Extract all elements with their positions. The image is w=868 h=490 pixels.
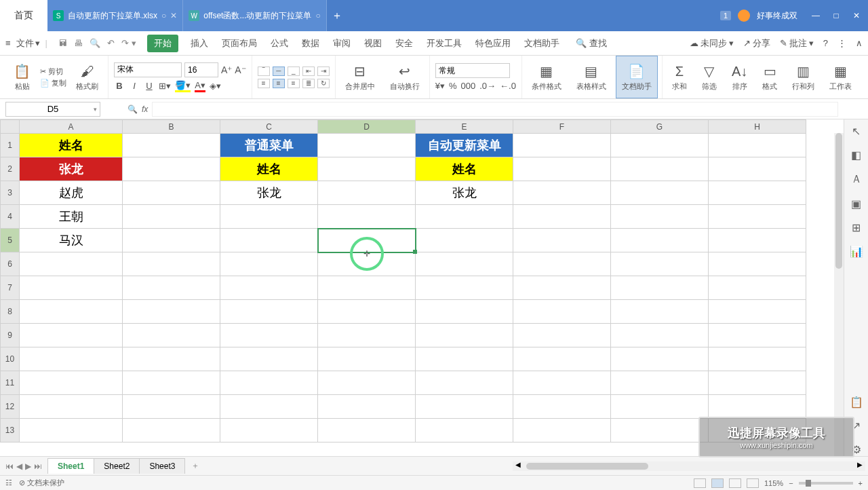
orientation-icon[interactable]: ↻ (317, 79, 330, 88)
ribbon-tab-特色应用[interactable]: 特色应用 (474, 35, 512, 52)
row-header-5[interactable]: 5 (1, 229, 20, 252)
cell[interactable] (318, 347, 416, 371)
sheet-last-icon[interactable]: ⏭ (34, 461, 42, 471)
currency-icon[interactable]: ¥▾ (435, 81, 445, 91)
cell[interactable] (220, 229, 318, 252)
cell[interactable] (318, 181, 416, 205)
cell[interactable]: 王朝 (20, 205, 123, 229)
close-button[interactable]: ✕ (850, 10, 863, 22)
cell[interactable] (611, 324, 709, 347)
print-icon[interactable]: 🖶 (74, 38, 83, 48)
cell[interactable] (611, 205, 709, 229)
cell[interactable] (20, 395, 123, 419)
cut-button[interactable]: ✂ 剪切 (40, 67, 66, 77)
cell[interactable] (123, 300, 220, 324)
sheet-tab-Sheet1[interactable]: Sheet1 (47, 458, 94, 474)
comma-icon[interactable]: 000 (460, 81, 475, 91)
align-right-icon[interactable]: ≡ (288, 79, 300, 88)
fill-color-button[interactable]: 🪣▾ (175, 80, 191, 92)
cell[interactable] (318, 324, 416, 347)
cell[interactable]: 赵虎 (20, 181, 123, 205)
cell[interactable] (611, 347, 709, 371)
view-fullscreen-icon[interactable] (694, 478, 706, 488)
cell[interactable] (416, 371, 513, 395)
cell[interactable] (709, 134, 806, 157)
decrease-font-icon[interactable]: A⁻ (235, 64, 245, 75)
cell[interactable]: 马汉 (20, 229, 123, 252)
wrap-button[interactable]: ↩自动换行 (384, 56, 425, 98)
cell[interactable] (123, 371, 220, 395)
cell[interactable] (513, 300, 611, 324)
cell[interactable]: 普通菜单 (220, 134, 318, 157)
cell[interactable] (20, 324, 123, 347)
row-header-3[interactable]: 3 (1, 181, 20, 205)
col-header-C[interactable]: C (220, 120, 318, 134)
cell[interactable] (709, 300, 806, 324)
cell[interactable] (416, 229, 513, 252)
table-style-button[interactable]: ▤表格样式 (571, 56, 612, 98)
col-header-E[interactable]: E (416, 120, 513, 134)
increase-font-icon[interactable]: A⁺ (221, 64, 232, 75)
filter-button[interactable]: ▽筛选 (696, 56, 722, 98)
comment-button[interactable]: ✎ 批注 ▾ (780, 37, 814, 50)
cell[interactable] (123, 324, 220, 347)
cell[interactable] (416, 419, 513, 442)
redo-icon[interactable]: ↷ ▾ (121, 38, 136, 48)
align-justify-icon[interactable]: ≣ (302, 79, 315, 88)
row-header-12[interactable]: 12 (1, 395, 20, 419)
cell[interactable] (709, 347, 806, 371)
cell[interactable] (611, 134, 709, 157)
cell[interactable] (318, 157, 416, 181)
cell[interactable] (220, 252, 318, 276)
phonetic-button[interactable]: ◈▾ (210, 81, 221, 91)
cell[interactable] (220, 324, 318, 347)
more-icon[interactable]: ⋮ (837, 38, 846, 48)
cond-format-button[interactable]: ▦条件格式 (526, 56, 567, 98)
cell[interactable] (513, 324, 611, 347)
cell[interactable] (220, 347, 318, 371)
sync-button[interactable]: ☁ 未同步 ▾ (690, 37, 734, 50)
sheet-first-icon[interactable]: ⏮ (5, 461, 14, 471)
indent-increase-icon[interactable]: ⇥ (317, 67, 330, 76)
status-icon[interactable]: ☷ (5, 478, 12, 487)
cell[interactable] (318, 395, 416, 419)
cell[interactable] (709, 395, 806, 419)
search-fx-icon[interactable]: 🔍 (127, 105, 138, 114)
row-header-8[interactable]: 8 (1, 300, 20, 324)
maximize-button[interactable]: □ (830, 10, 842, 22)
zoom-slider[interactable] (799, 482, 853, 485)
cell[interactable] (416, 395, 513, 419)
cell[interactable] (416, 324, 513, 347)
sheet-prev-icon[interactable]: ◀ (16, 461, 22, 471)
cell[interactable] (318, 419, 416, 442)
cell[interactable] (611, 276, 709, 300)
view-reader-icon[interactable] (747, 478, 759, 488)
cell[interactable] (611, 157, 709, 181)
cell[interactable] (709, 276, 806, 300)
view-page-icon[interactable] (729, 478, 741, 488)
bold-button[interactable]: B (114, 81, 125, 91)
cell[interactable] (123, 395, 220, 419)
cell[interactable] (709, 324, 806, 347)
cell[interactable] (513, 134, 611, 157)
cell[interactable] (318, 229, 416, 252)
cell[interactable]: 张龙 (416, 181, 513, 205)
merge-button[interactable]: ⊟合并居中 (340, 56, 380, 98)
cell[interactable] (416, 252, 513, 276)
cell[interactable] (513, 419, 611, 442)
cell[interactable] (611, 419, 709, 442)
cell[interactable] (709, 157, 806, 181)
select-all-corner[interactable] (1, 120, 20, 134)
align-center-icon[interactable]: ≡ (273, 79, 285, 88)
horizontal-scrollbar[interactable]: ◀ ▶ (513, 461, 865, 471)
number-format-select[interactable] (435, 63, 510, 78)
cell[interactable] (123, 205, 220, 229)
cell[interactable] (220, 205, 318, 229)
cell[interactable] (513, 276, 611, 300)
spreadsheet-grid[interactable]: ABCDEFGH1姓名普通菜单自动更新菜单2张龙姓名姓名3赵虎张龙张龙4王朝5马… (0, 119, 844, 456)
ribbon-tab-视图[interactable]: 视图 (363, 35, 383, 52)
undo-icon[interactable]: ↶ (107, 38, 115, 48)
ribbon-tab-开发工具[interactable]: 开发工具 (425, 35, 463, 52)
cell[interactable] (318, 371, 416, 395)
document-tab-2[interactable]: W offset函数...动更新的下拉菜单 ○ (183, 0, 326, 31)
